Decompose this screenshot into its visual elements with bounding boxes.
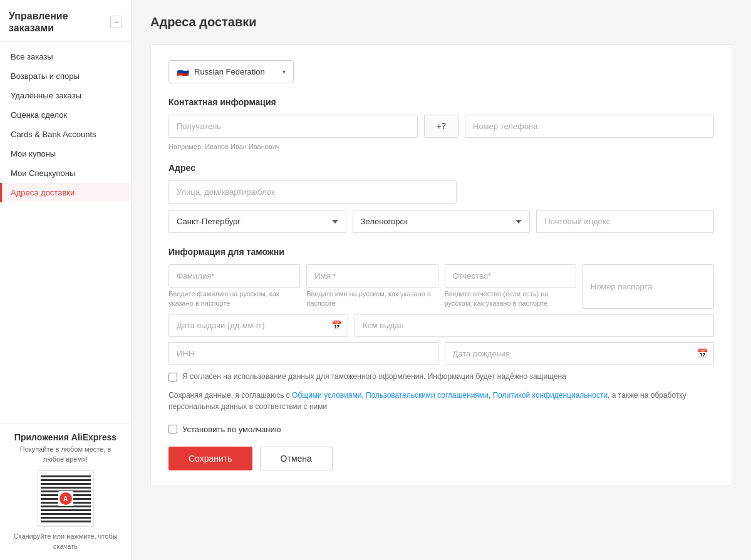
button-row: Сохранить Отмена	[168, 447, 714, 470]
street-row	[168, 180, 714, 204]
sidebar-collapse-button[interactable]: −	[110, 16, 122, 28]
terms-text: Сохраняя данные, я соглашаюсь с Общими у…	[168, 390, 714, 412]
sidebar-item-all-orders[interactable]: Все заказы	[0, 47, 131, 66]
issue-date-group: 📅	[168, 314, 348, 337]
last-name-group: Введите фамилию на русском, как указано …	[168, 264, 300, 309]
terms-mid1: ,	[361, 391, 366, 400]
address-section-label: Адрес	[168, 163, 714, 173]
cancel-button[interactable]: Отмена	[260, 447, 333, 470]
issue-date-wrapper: 📅	[168, 314, 348, 337]
patronymic-hint: Введите отчество (если есть) на русском,…	[445, 289, 576, 309]
last-name-input[interactable]	[168, 264, 300, 288]
sidebar-header-title: Управление заказами	[9, 10, 110, 34]
country-selector[interactable]: 🇷🇺 Russian Federation ▾	[168, 60, 294, 83]
city-district-row: Санкт-Петербург Зеленогорск	[168, 210, 714, 233]
aliexpress-logo: A	[60, 492, 72, 505]
country-flag: 🇷🇺	[177, 66, 189, 78]
patronymic-input[interactable]	[445, 264, 576, 288]
qr-scan-text: Сканируйте или нажмите, чтобы скачать	[9, 532, 122, 551]
page-title: Адреса доставки	[150, 15, 732, 29]
country-name: Russian Federation	[194, 67, 282, 76]
save-button[interactable]: Сохранить	[168, 447, 252, 470]
customs-row-1: Введите фамилию на русском, как указано …	[168, 264, 714, 309]
last-name-hint: Введите фамилию на русском, как указано …	[168, 289, 300, 309]
terms-link-2[interactable]: Пользовательскими соглашениями	[366, 391, 489, 400]
phone-prefix: +7	[424, 115, 458, 138]
customs-consent-row: Я согласен на использование данных для т…	[168, 371, 714, 382]
default-checkbox-label: Установить по умолчанию	[182, 425, 281, 434]
sidebar-item-cards-bank[interactable]: Cards & Bank Accounts	[0, 125, 131, 144]
birth-date-wrapper: 📅	[445, 342, 715, 365]
recipient-input[interactable]	[168, 115, 418, 138]
inn-group	[168, 342, 438, 365]
customs-row-2: 📅	[168, 314, 714, 337]
first-name-hint: Введите имя на русском, как указано в па…	[306, 289, 438, 309]
terms-link-3[interactable]: Политикой конфиденциальности	[492, 391, 608, 400]
issued-by-group	[355, 314, 714, 337]
phone-input[interactable]	[465, 115, 714, 138]
sidebar-header: Управление заказами −	[0, 0, 131, 42]
contact-form-row: +7	[168, 115, 714, 138]
patronymic-group: Введите отчество (если есть) на русском,…	[445, 264, 576, 309]
customs-section-label: Информация для таможни	[168, 247, 714, 257]
sidebar-app-title: Приложения AliExpress	[9, 432, 122, 442]
issue-date-input[interactable]	[168, 314, 348, 337]
sidebar-app-section: Приложения AliExpress Покупайте в любом …	[0, 423, 131, 560]
issued-by-input[interactable]	[355, 314, 714, 337]
customs-row-3: 📅	[168, 342, 714, 365]
passport-group	[583, 264, 714, 309]
chevron-down-icon: ▾	[282, 68, 286, 75]
sidebar-item-deleted-orders[interactable]: Удалённые заказы	[0, 86, 131, 105]
street-input[interactable]	[168, 180, 457, 204]
contact-section-label: Контактная информация	[168, 97, 714, 107]
terms-link-1[interactable]: Общими условиями	[292, 391, 361, 400]
passport-input[interactable]	[583, 264, 714, 309]
birth-date-group: 📅	[445, 342, 715, 365]
first-name-group: Введите имя на русском, как указано в па…	[306, 264, 438, 309]
city-select[interactable]: Санкт-Петербург	[168, 210, 346, 233]
first-name-input[interactable]	[306, 264, 438, 288]
inn-input[interactable]	[168, 342, 438, 365]
sidebar-item-deal-ratings[interactable]: Оценка сделок	[0, 105, 131, 125]
qr-code[interactable]: A	[38, 470, 94, 527]
sidebar-item-my-coupons[interactable]: Мои купоны	[0, 144, 131, 163]
sidebar: Управление заказами − Все заказы Возврат…	[0, 0, 132, 560]
district-select[interactable]: Зеленогорск	[353, 210, 531, 233]
sidebar-app-subtitle: Покупайте в любом месте, в любое время!	[9, 445, 122, 464]
birth-date-input[interactable]	[445, 342, 715, 365]
sidebar-item-returns[interactable]: Возвраты и споры	[0, 66, 131, 86]
customs-consent-checkbox[interactable]	[168, 373, 177, 381]
postal-input[interactable]	[536, 210, 714, 233]
sidebar-item-delivery-addresses[interactable]: Адреса доставки	[0, 183, 131, 202]
main-content: Адреса доставки 🇷🇺 Russian Federation ▾ …	[132, 0, 751, 560]
sidebar-nav: Все заказы Возвраты и споры Удалённые за…	[0, 42, 131, 423]
terms-prefix: Сохраняя данные, я соглашаюсь с	[168, 391, 292, 400]
form-card: 🇷🇺 Russian Federation ▾ Контактная инфор…	[150, 44, 732, 486]
sidebar-item-special-coupons[interactable]: Мои Спецкупоны	[0, 163, 131, 183]
customs-consent-label: Я согласен на использование данных для т…	[182, 371, 566, 382]
recipient-hint: Например: Иванов Иван Иванович	[168, 143, 714, 150]
default-checkbox-row: Установить по умолчанию	[168, 425, 714, 434]
default-checkbox[interactable]	[168, 425, 177, 433]
